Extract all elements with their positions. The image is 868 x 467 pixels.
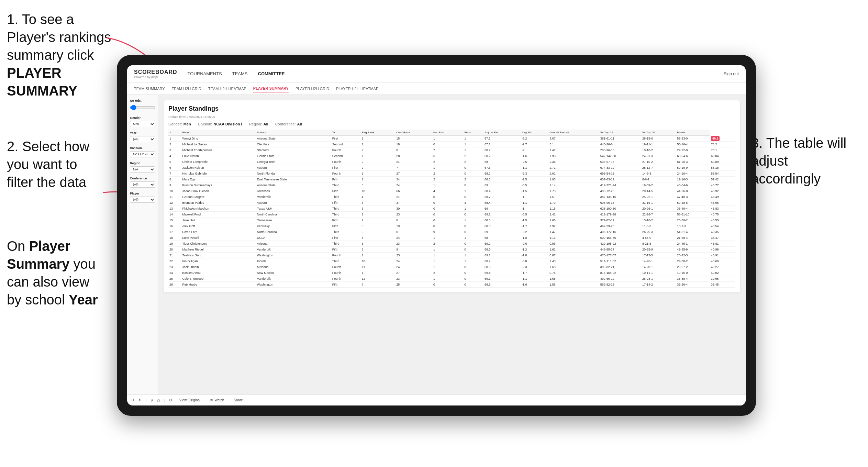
table-row[interactable]: 24 Bastien Amat New Mexico Fourth 1 27 2… <box>168 270 735 276</box>
cell-conf-rank: 66 <box>395 188 432 194</box>
table-row[interactable]: 18 Luke Powell UCLA First 4 24 1 1 68 -1… <box>168 235 735 241</box>
cell-record: 628-190-30 <box>599 206 641 212</box>
cell-school: Texas A&M <box>256 206 331 212</box>
cell-school: Vanderbilt <box>256 276 331 282</box>
toolbar-view[interactable]: View: Original <box>177 397 203 403</box>
table-row[interactable]: 12 Brendan Valdes Auburn Fifth 5 37 0 4 … <box>168 200 735 206</box>
cell-yr: Fourth <box>331 276 361 282</box>
table-row[interactable]: 5 Christo Lamprecht Georgia Tech Fourth … <box>168 159 735 165</box>
table-row[interactable]: 23 Jack Lundin Missouri Fourth 11 24 1 0… <box>168 264 735 270</box>
table-row[interactable]: 15 Jake Hall Tennessee Fifth 7 8 0 1 68.… <box>168 218 735 223</box>
cell-reg-rank: 5 <box>361 241 396 247</box>
cell-record: 547-142-38 <box>599 153 641 159</box>
conference-select[interactable]: (All) <box>130 181 155 188</box>
cell-record: 309-82-21 <box>599 264 641 270</box>
division-select[interactable]: NCAA Division I <box>130 151 155 157</box>
table-row[interactable]: 7 Nicholas Gabriele North Florida Fourth… <box>168 171 735 177</box>
table-row[interactable]: 2 Michael Le Sasso Ole Miss Second 1 18 … <box>168 142 735 147</box>
cell-vs50: 24-10-4 <box>676 171 710 177</box>
cell-adj: 68.4 <box>483 200 521 206</box>
cell-vs50: 33-26-4 <box>676 282 710 288</box>
cell-rank: 26 <box>168 282 181 288</box>
subnav-team-h2h-grid[interactable]: TEAM H2H GRID <box>172 85 201 92</box>
table-row[interactable]: 16 Alex Goff Kentucky Fifth 8 19 0 0 68.… <box>168 223 735 229</box>
points-cell: 73.1 <box>710 147 735 153</box>
toolbar-undo[interactable]: ↺ <box>131 398 134 402</box>
cell-vs25: 17-14-2 <box>641 282 676 288</box>
region-select[interactable]: N/A <box>130 166 155 173</box>
table-row[interactable]: 9 Preston Summerhays Arizona State Third… <box>168 182 735 188</box>
table-row[interactable]: 3 Michael Thorbjornsen Stanford Fourth 2… <box>168 147 735 153</box>
cell-no-rds: 1 <box>432 235 463 241</box>
table-row[interactable]: 6 Jackson Koivun Auburn First 2 7 1 0 67… <box>168 165 735 171</box>
cell-avg-sg: -1.1 <box>521 200 548 206</box>
cell-record: 406-172-16 <box>599 229 641 235</box>
cell-reg-rank: 10 <box>361 188 396 194</box>
subnav-player-h2h-heatmap[interactable]: PLAYER H2H HEATMAP <box>336 85 378 92</box>
cell-vs50: 26-30-2 <box>676 218 710 223</box>
subnav-team-h2h-heatmap[interactable]: TEAM H2H HEATMAP <box>208 85 246 92</box>
cell-school: North Carolina <box>256 229 331 235</box>
toolbar-share[interactable]: Share <box>231 397 246 403</box>
year-select[interactable]: (All) <box>130 136 155 142</box>
table-row[interactable]: 25 Cole Sherwood Vanderbilt Fourth 12 23… <box>168 276 735 282</box>
cell-school: Arizona State <box>256 136 331 142</box>
nav-tournaments[interactable]: TOURNAMENTS <box>188 70 222 78</box>
instruction-step2: 2. Select how you want to filter the dat… <box>7 137 103 191</box>
sign-out-btn[interactable]: Sign out <box>724 71 739 76</box>
subnav-player-h2h-grid[interactable]: PLAYER H2H GRID <box>296 85 329 92</box>
cell-conf-rank: 8 <box>395 218 432 223</box>
filter-division-display: Division: NCAA Division I <box>198 122 242 126</box>
table-row[interactable]: 4 Luke Claton Florida State Second 1 28 … <box>168 153 735 159</box>
col-school: School <box>256 130 331 136</box>
cell-record: 412-221-24 <box>599 182 641 188</box>
subnav-player-summary[interactable]: PLAYER SUMMARY <box>253 85 289 92</box>
table-row[interactable]: 20 Matthew Riedel Vanderbilt Fifth 8 9 1… <box>168 247 735 253</box>
cell-vs25: 8-21-5 <box>641 241 676 247</box>
table-row[interactable]: 1 Wenyi Ding Arizona State First 1 15 1 … <box>168 136 735 142</box>
nav-teams[interactable]: TEAMS <box>232 70 248 78</box>
toolbar-copy[interactable]: ⎘ <box>151 398 153 402</box>
cell-conf-rank: 24 <box>395 258 432 264</box>
cell-no-rds: 2 <box>432 171 463 177</box>
cell-conf-rank: 18 <box>395 142 432 147</box>
table-row[interactable]: 21 Taehoon Song Washington Fourth 1 23 1… <box>168 253 735 258</box>
points-cell: 43.81 <box>710 241 735 247</box>
table-row[interactable]: 14 Maxwell Ford North Carolina Third 1 2… <box>168 212 735 218</box>
table-row[interactable]: 19 Tiger Christensen Arizona Third 5 23 … <box>168 241 735 247</box>
toolbar-watch[interactable]: 👁 Watch <box>207 397 227 403</box>
cell-reg-rank: 1 <box>361 212 396 218</box>
cell-reg-rank: 1 <box>361 136 396 142</box>
toolbar-settings[interactable]: ⚙ <box>169 398 173 402</box>
subnav-team-summary[interactable]: TEAM SUMMARY <box>134 85 165 92</box>
nav-committee[interactable]: COMMITTEE <box>258 70 285 78</box>
player-select[interactable]: (All) <box>130 197 155 203</box>
table-row[interactable]: 8 Mats Ege East Tennessee State Fifth 1 … <box>168 177 735 182</box>
cell-wins: 0 <box>463 165 483 171</box>
cell-vs50: 44-26-8 <box>676 188 710 194</box>
table-row[interactable]: 11 Gordon Sargent Vanderbilt Third 4 21 … <box>168 194 735 200</box>
cell-no-rds: 0 <box>432 282 463 288</box>
gender-select[interactable]: Men Women <box>130 121 155 127</box>
cell-rank: 19 <box>168 241 181 247</box>
table-row[interactable]: 13 Phichaksn Maichon Texas A&M Third 6 3… <box>168 206 735 212</box>
cell-vs25: 14-20-1 <box>641 264 676 270</box>
cell-rank: 6 <box>168 165 181 171</box>
cell-conf-rank: 37 <box>395 200 432 206</box>
points-cell: 40.02 <box>710 270 735 276</box>
cell-reg-rank: 7 <box>361 282 396 288</box>
no-rds-slider[interactable] <box>130 104 155 111</box>
cell-vs50: 50-19-9 <box>676 165 710 171</box>
cell-player: Jacob Skov Olesen <box>181 188 256 194</box>
cell-yr: Fifth <box>331 200 361 206</box>
table-row[interactable]: 10 Jacob Skov Olesen Arkansas Fifth 10 6… <box>168 188 735 194</box>
cell-school: Auburn <box>256 165 331 171</box>
toolbar-paste[interactable]: ⎙ <box>157 398 160 402</box>
col-player: Player <box>181 130 256 136</box>
table-row[interactable]: 17 David Ford North Carolina Third 9 0 9… <box>168 229 735 235</box>
table-row[interactable]: 22 Ian Gilligan Florida Third 10 24 1 1 … <box>168 258 735 264</box>
toolbar-redo[interactable]: ↻ <box>138 398 142 402</box>
cell-school: Georgia Tech <box>256 159 331 165</box>
table-row[interactable]: 26 Petr Hruby Washington Fifth 7 25 0 0 … <box>168 282 735 288</box>
cell-record: 467-29-23 <box>599 223 641 229</box>
